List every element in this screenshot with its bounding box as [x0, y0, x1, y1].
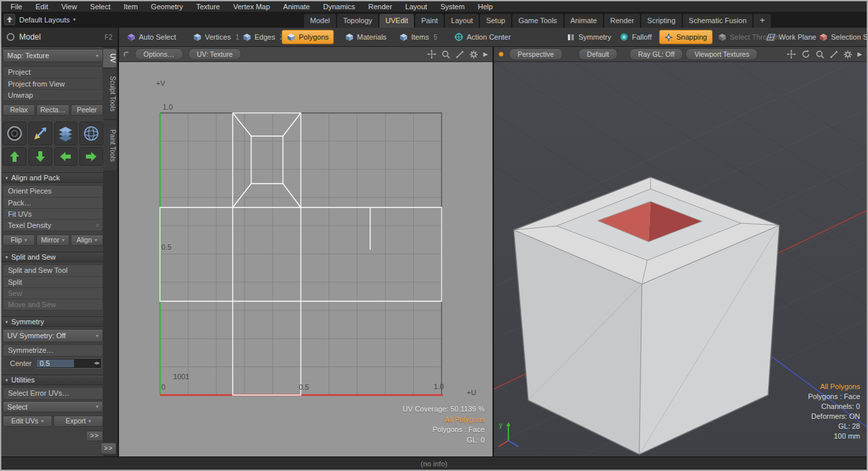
- layouts-menu-icon[interactable]: [4, 14, 15, 25]
- move-and-sew-item[interactable]: Move and Sew: [3, 299, 102, 310]
- polygons-button[interactable]: Polygons: [282, 30, 334, 44]
- texel-density-item[interactable]: Texel Density○: [3, 219, 102, 231]
- perspective-button[interactable]: Perspective: [509, 48, 563, 60]
- mini-slider-arrows-icon[interactable]: ◂▸: [94, 359, 100, 366]
- selection-sets-button[interactable]: Selection Sets: [814, 30, 868, 44]
- shading-default-button[interactable]: Default: [578, 48, 617, 60]
- split-item[interactable]: Split: [3, 276, 102, 287]
- move-up-button[interactable]: [3, 147, 26, 166]
- move-left-button[interactable]: [54, 147, 78, 166]
- tool-palette-header[interactable]: Model F2: [1, 28, 119, 46]
- tab-schematic-fusion[interactable]: Schematic Fusion: [683, 14, 752, 28]
- section-symmetry[interactable]: ▾ Symmetry: [1, 316, 104, 327]
- uv-transform-tool-button[interactable]: [28, 122, 52, 145]
- work-plane-button[interactable]: Work Plane: [762, 30, 821, 44]
- panel-corner-icon[interactable]: [124, 52, 130, 57]
- items-button[interactable]: Items 5: [395, 30, 442, 44]
- list-item-project[interactable]: Project: [3, 67, 102, 78]
- layout-selector-dropdown[interactable]: Default Layouts ▾: [19, 16, 75, 24]
- menu-item[interactable]: Item: [117, 1, 144, 12]
- vertices-button[interactable]: Vertices 1: [188, 30, 244, 44]
- select-error-uvs-item[interactable]: Select Error UVs…: [3, 388, 102, 399]
- sidebar-expand-button[interactable]: >>: [100, 443, 116, 454]
- menu-render[interactable]: Render: [362, 1, 399, 12]
- export-dropdown[interactable]: Export▾: [54, 416, 103, 427]
- gear-icon[interactable]: [844, 50, 852, 59]
- maximize-icon[interactable]: [455, 50, 464, 59]
- tab-layout[interactable]: Layout: [445, 14, 479, 28]
- tab-paint[interactable]: Paint: [415, 14, 444, 28]
- flip-dropdown[interactable]: Flip▾: [3, 235, 35, 246]
- edges-button[interactable]: Edges 2: [238, 30, 288, 44]
- tab-scripting[interactable]: Scripting: [641, 14, 682, 28]
- tab-uvedit[interactable]: UVEdit: [379, 14, 414, 28]
- fit-uvs-item[interactable]: Fit UVs: [3, 208, 102, 219]
- map-texture-dropdown[interactable]: Map: Texture ▾: [3, 49, 103, 62]
- tab-topology[interactable]: Topology: [337, 14, 378, 28]
- tab-model[interactable]: Model: [304, 14, 336, 28]
- panel-more-button[interactable]: >>: [86, 431, 103, 441]
- zoom-icon[interactable]: [816, 50, 824, 59]
- move-right-button[interactable]: [79, 147, 103, 166]
- uv-options-button[interactable]: Options…: [135, 48, 183, 60]
- vertical-tab-sculpt-tools[interactable]: Sculpt Tools: [103, 69, 116, 119]
- tab-animate[interactable]: Animate: [565, 14, 603, 28]
- pan-icon[interactable]: [787, 50, 796, 59]
- maximize-icon[interactable]: [830, 50, 838, 59]
- menu-file[interactable]: File: [4, 1, 29, 12]
- menu-layout[interactable]: Layout: [399, 1, 434, 12]
- uv-canvas[interactable]: +V 1.0 0.5 0 0.5 1.0 +U 1001 UV Coverage…: [119, 62, 493, 456]
- action-center-button[interactable]: Action Center: [450, 30, 516, 44]
- panel-menu-icon[interactable]: ▶: [857, 51, 862, 57]
- orbit-icon[interactable]: [801, 50, 810, 59]
- tab-setup[interactable]: Setup: [480, 14, 511, 28]
- rectangle-button[interactable]: Recta…: [36, 104, 69, 116]
- uv-projection-tool-button[interactable]: [3, 122, 26, 145]
- vertical-tab-uv[interactable]: UV: [103, 49, 116, 67]
- uv-symmetry-dropdown[interactable]: UV Symmetry: Off ▾: [3, 329, 103, 342]
- uv-sphere-tool-button[interactable]: [79, 122, 103, 145]
- viewport-canvas[interactable]: y All Polygons Polygons : Face Channels:…: [494, 62, 867, 456]
- sew-item[interactable]: Sew: [3, 287, 102, 299]
- tab-game-tools[interactable]: Game Tools: [512, 14, 563, 28]
- gear-icon[interactable]: [469, 50, 478, 59]
- menu-edit[interactable]: Edit: [29, 1, 55, 12]
- menu-vertex-map[interactable]: Vertex Map: [227, 1, 277, 12]
- menu-geometry[interactable]: Geometry: [144, 1, 189, 12]
- pack-item[interactable]: Pack…: [3, 197, 102, 208]
- viewport-state-icon[interactable]: [498, 52, 504, 57]
- list-item-project-from-view[interactable]: Project from View: [3, 78, 102, 89]
- menu-system[interactable]: System: [434, 1, 471, 12]
- list-item-unwrap[interactable]: Unwrap: [3, 89, 102, 100]
- auto-select-button[interactable]: Auto Select: [122, 30, 180, 44]
- menu-animate[interactable]: Animate: [276, 1, 316, 12]
- panel-menu-icon[interactable]: ▶: [483, 51, 488, 57]
- vertical-tab-paint-tools[interactable]: Paint Tools: [103, 120, 116, 170]
- menu-texture[interactable]: Texture: [190, 1, 227, 12]
- section-align-and-pack[interactable]: ▾ Align and Pack: [1, 172, 104, 183]
- peeler-button[interactable]: Peeler: [71, 104, 103, 116]
- relax-button[interactable]: Relax: [3, 104, 35, 116]
- symmetrize-item[interactable]: Symmetrize…: [3, 345, 102, 356]
- uv-pack-tool-button[interactable]: [54, 122, 78, 145]
- edit-uvs-dropdown[interactable]: Edit UVs▾: [3, 416, 52, 427]
- mirror-dropdown[interactable]: Mirror▾: [36, 235, 69, 246]
- menu-dynamics[interactable]: Dynamics: [317, 1, 362, 12]
- move-down-button[interactable]: [28, 147, 52, 166]
- add-layout-tab-button[interactable]: +: [754, 14, 771, 28]
- select-dropdown[interactable]: Select ▾: [3, 401, 103, 412]
- section-split-and-sew[interactable]: ▾ Split and Sew: [1, 252, 104, 262]
- split-and-sew-tool-item[interactable]: Split and Sew Tool: [3, 265, 102, 276]
- center-value-field[interactable]: 0.5 ◂▸: [35, 358, 102, 369]
- pan-icon[interactable]: [427, 50, 436, 59]
- falloff-button[interactable]: Falloff: [615, 30, 656, 44]
- materials-button[interactable]: Materials: [340, 30, 391, 44]
- menu-help[interactable]: Help: [471, 1, 500, 12]
- zoom-icon[interactable]: [442, 50, 450, 59]
- align-dropdown[interactable]: Align▾: [71, 235, 103, 246]
- snapping-button[interactable]: Snapping: [659, 30, 713, 44]
- symmetry-button[interactable]: Symmetry: [562, 30, 616, 44]
- viewport-textures-button[interactable]: Viewport Textures: [686, 48, 758, 60]
- menu-view[interactable]: View: [55, 1, 84, 12]
- menu-select[interactable]: Select: [83, 1, 117, 12]
